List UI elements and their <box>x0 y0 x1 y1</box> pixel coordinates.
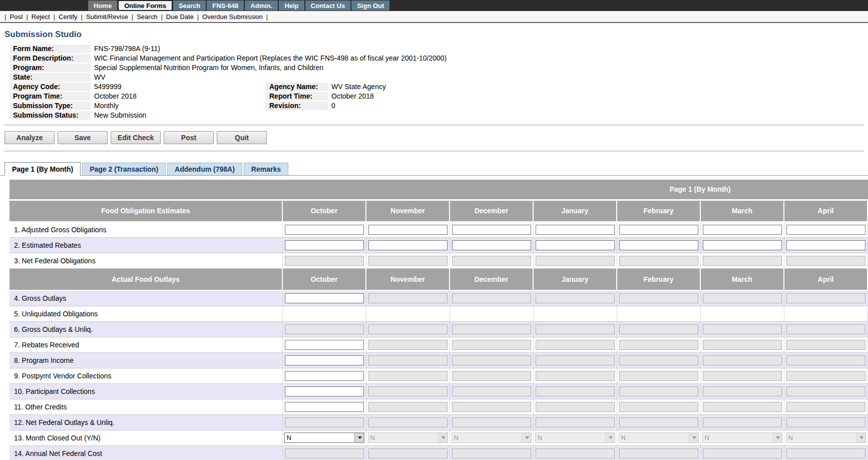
month-select-wrap: N <box>284 432 364 443</box>
menu-item-submit-revise[interactable]: Submit/Revise <box>86 13 128 21</box>
month-input-april <box>786 371 865 381</box>
menu-item-search[interactable]: Search <box>137 13 157 21</box>
form-info-value: WIC Financial Management and Participati… <box>91 54 790 64</box>
menu-item-overdue-submission[interactable]: Overdue Submission <box>202 13 263 21</box>
form-info-label: Program Time: <box>10 92 91 102</box>
edit-check-button[interactable]: Edit Check <box>111 131 161 144</box>
cell-november: N <box>366 430 450 445</box>
month-input-january <box>536 340 615 350</box>
month-input-march[interactable] <box>703 240 782 250</box>
nav-item-home[interactable]: Home <box>88 1 117 11</box>
grid-row: 11. Other Credits <box>10 399 868 414</box>
cell-december <box>450 399 533 414</box>
month-input-november <box>368 417 448 427</box>
cell-january <box>533 445 617 460</box>
month-input-december[interactable] <box>452 225 531 235</box>
month-input-october[interactable] <box>285 386 364 396</box>
column-header-december: December <box>450 200 533 222</box>
menu-item-due-date[interactable]: Due Date <box>166 13 194 21</box>
month-input-april[interactable] <box>786 240 865 250</box>
nav-item-fns-648[interactable]: FNS-648 <box>207 1 244 11</box>
cell-february: N <box>617 430 700 445</box>
tab-addendum-798a[interactable]: Addendum (798A) <box>167 163 242 175</box>
column-header-april: April <box>784 268 867 290</box>
nav-item-online-forms[interactable]: Online Forms <box>118 1 172 11</box>
month-select-wrap: N <box>786 432 866 443</box>
cell-november <box>366 399 450 414</box>
month-input-april <box>786 355 865 365</box>
nav-item-contact-us[interactable]: Contact Us <box>305 1 351 11</box>
month-select-wrap: N <box>619 432 699 443</box>
month-input-february[interactable] <box>619 240 698 250</box>
month-input-december[interactable] <box>452 240 531 250</box>
grid-section-header-row: Actual Food OutlaysOctoberNovemberDecemb… <box>10 268 868 290</box>
post-button[interactable]: Post <box>164 131 214 144</box>
cell-march <box>700 414 784 430</box>
month-input-october[interactable] <box>285 371 364 381</box>
month-input-december <box>452 293 531 303</box>
nav-item-help[interactable]: Help <box>279 1 304 11</box>
form-info-label: Agency Code: <box>10 83 91 92</box>
month-input-november <box>368 402 448 412</box>
cell-january <box>533 368 617 383</box>
month-input-october[interactable] <box>285 293 364 303</box>
cell-april <box>784 399 867 414</box>
form-info-value: October 2018 <box>328 92 790 102</box>
cell-november <box>366 414 450 430</box>
tab-page-2-transaction[interactable]: Page 2 (Transaction) <box>82 163 166 175</box>
form-info-value: WV State Agency <box>328 83 790 92</box>
form-info-row: Form Description:WIC Financial Managemen… <box>10 54 790 64</box>
month-input-april[interactable] <box>786 225 865 235</box>
cell-january <box>533 321 617 337</box>
nav-item-sign-out[interactable]: Sign Out <box>351 1 389 11</box>
month-input-december <box>452 324 531 334</box>
menu-item-post[interactable]: Post <box>10 13 23 21</box>
cell-october <box>282 321 366 337</box>
cell-march <box>700 383 784 399</box>
month-closed-select-october[interactable]: N <box>284 432 364 443</box>
menu-separator: | <box>5 13 6 21</box>
month-input-october[interactable] <box>285 225 364 235</box>
cell-october <box>282 352 366 368</box>
cell-october <box>282 306 366 321</box>
nav-item-search[interactable]: Search <box>173 1 206 11</box>
tab-page-1-by-month[interactable]: Page 1 (By Month) <box>5 162 81 176</box>
save-button[interactable]: Save <box>58 131 108 144</box>
form-info-row: Program:Special Supplemental Nutrition P… <box>10 64 790 73</box>
menu-separator: | <box>26 13 28 21</box>
month-input-january[interactable] <box>536 240 615 250</box>
form-info-label: Submission Type: <box>10 102 91 111</box>
nav-item-admin[interactable]: Admin. <box>245 1 278 11</box>
cell-november <box>366 222 450 237</box>
month-input-october[interactable] <box>285 340 364 350</box>
month-input-february[interactable] <box>619 225 698 235</box>
cell-october <box>282 253 366 268</box>
month-input-february <box>619 448 698 458</box>
month-input-january[interactable] <box>536 225 615 235</box>
analyze-button[interactable]: Analyze <box>5 131 55 144</box>
cell-december: N <box>450 430 533 445</box>
page-title: Submission Studio <box>5 30 868 40</box>
cell-november <box>366 337 450 352</box>
cell-november <box>366 290 450 306</box>
month-input-october[interactable] <box>285 402 364 412</box>
month-input-october[interactable] <box>285 240 364 250</box>
cell-march <box>700 445 784 460</box>
month-input-november[interactable] <box>368 240 448 250</box>
menu-item-reject[interactable]: Reject <box>32 13 50 21</box>
cell-november <box>366 237 450 253</box>
cell-october <box>282 237 366 253</box>
quit-button[interactable]: Quit <box>217 131 267 144</box>
month-input-january <box>536 371 615 381</box>
row-label: 12. Net Federal Outlays & Unliq. <box>10 414 282 430</box>
month-input-october[interactable] <box>285 355 364 365</box>
month-input-january <box>536 386 615 396</box>
cell-april <box>784 445 867 460</box>
menu-item-certify[interactable]: Certify <box>59 13 78 21</box>
tab-remarks[interactable]: Remarks <box>244 163 288 175</box>
cell-october: N <box>282 430 366 445</box>
month-input-november[interactable] <box>368 225 448 235</box>
month-input-march[interactable] <box>703 225 782 235</box>
month-input-february <box>619 371 698 381</box>
month-input-january <box>536 402 615 412</box>
